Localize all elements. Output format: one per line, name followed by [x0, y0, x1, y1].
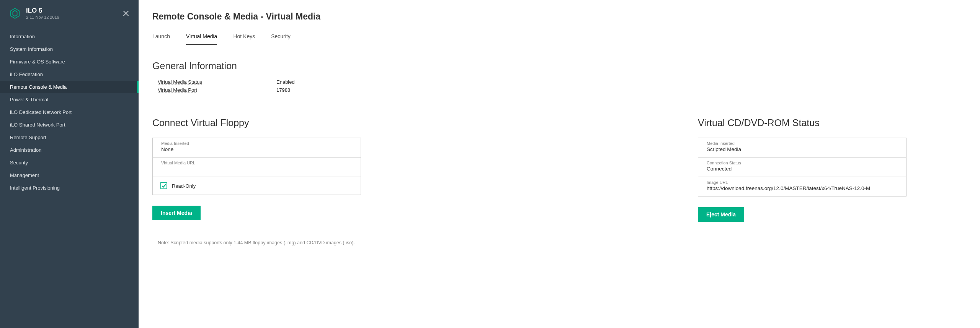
sidebar-item-system-information[interactable]: System Information	[0, 43, 139, 55]
readonly-row[interactable]: Read-Only	[153, 177, 361, 195]
page-title: Remote Console & Media - Virtual Media	[152, 11, 966, 22]
page-header: Remote Console & Media - Virtual Media L…	[139, 0, 980, 45]
cdrom-title: Virtual CD/DVD-ROM Status	[698, 117, 906, 128]
page-body: General Information Virtual Media Status…	[139, 45, 980, 261]
checkmark-icon	[162, 183, 166, 188]
eject-media-button[interactable]: Eject Media	[698, 207, 744, 222]
close-icon[interactable]	[122, 9, 130, 18]
cdrom-media-inserted-value: Scripted Media	[707, 146, 898, 153]
sidebar-item-security[interactable]: Security	[0, 156, 139, 169]
sidebar-header: iLO 5 2.11 Nov 12 2019	[0, 0, 139, 26]
product-name: iLO 5	[26, 7, 59, 15]
floppy-vm-url[interactable]: Virtual Media URL	[153, 158, 361, 177]
cdrom-column: Virtual CD/DVD-ROM Status Media Inserted…	[698, 117, 906, 222]
floppy-media-inserted: Media Inserted None	[153, 138, 361, 158]
floppy-media-inserted-value: None	[161, 146, 352, 153]
floppy-vm-url-label: Virtual Media URL	[161, 161, 352, 165]
svg-marker-1	[13, 10, 17, 16]
sidebar-item-ilo-federation[interactable]: iLO Federation	[0, 68, 139, 81]
sidebar-item-management[interactable]: Management	[0, 169, 139, 182]
floppy-media-inserted-label: Media Inserted	[161, 141, 352, 146]
sidebar-item-remote-console-media[interactable]: Remote Console & Media	[0, 81, 139, 93]
sidebar-item-information[interactable]: Information	[0, 30, 139, 43]
readonly-label: Read-Only	[172, 183, 196, 189]
floppy-vm-url-value	[161, 166, 352, 173]
cdrom-media-inserted: Media Inserted Scripted Media	[698, 138, 906, 158]
readonly-checkbox[interactable]	[160, 182, 167, 189]
sidebar: iLO 5 2.11 Nov 12 2019 InformationSystem…	[0, 0, 139, 328]
tabs: LaunchVirtual MediaHot KeysSecurity	[152, 33, 966, 45]
cdrom-conn-status: Connection Status Connected	[698, 158, 906, 177]
general-info-title: General Information	[152, 60, 966, 71]
sidebar-item-remote-support[interactable]: Remote Support	[0, 131, 139, 144]
insert-media-button[interactable]: Insert Media	[152, 206, 201, 220]
vm-port-row: Virtual Media Port 17988	[158, 87, 966, 93]
vm-status-label: Virtual Media Status	[158, 79, 276, 85]
sidebar-item-ilo-dedicated-network-port[interactable]: iLO Dedicated Network Port	[0, 106, 139, 119]
cdrom-box: Media Inserted Scripted Media Connection…	[698, 138, 906, 196]
product-version: 2.11 Nov 12 2019	[26, 15, 59, 19]
sidebar-item-ilo-shared-network-port[interactable]: iLO Shared Network Port	[0, 119, 139, 131]
floppy-title: Connect Virtual Floppy	[152, 117, 361, 128]
scripted-media-note: Note: Scripted media supports only 1.44 …	[158, 240, 966, 245]
cdrom-conn-status-label: Connection Status	[707, 161, 898, 165]
vm-status-row: Virtual Media Status Enabled	[158, 79, 966, 85]
cdrom-image-url-label: Image URL	[707, 180, 898, 185]
tab-security[interactable]: Security	[271, 33, 291, 45]
tab-launch[interactable]: Launch	[152, 33, 170, 45]
sidebar-item-firmware-os-software[interactable]: Firmware & OS Software	[0, 55, 139, 68]
vm-port-label: Virtual Media Port	[158, 87, 276, 93]
sidebar-item-administration[interactable]: Administration	[0, 144, 139, 156]
tab-hot-keys[interactable]: Hot Keys	[233, 33, 255, 45]
cdrom-image-url-value: https://download.freenas.org/12.0/MASTER…	[707, 185, 898, 192]
sidebar-nav: InformationSystem InformationFirmware & …	[0, 30, 139, 194]
main-content: Remote Console & Media - Virtual Media L…	[139, 0, 980, 328]
svg-marker-0	[11, 8, 20, 18]
columns: Connect Virtual Floppy Media Inserted No…	[152, 117, 966, 222]
tab-virtual-media[interactable]: Virtual Media	[186, 33, 217, 45]
vm-status-value: Enabled	[276, 79, 295, 85]
floppy-box: Media Inserted None Virtual Media URL Re…	[152, 138, 361, 195]
cdrom-conn-status-value: Connected	[707, 166, 898, 173]
floppy-column: Connect Virtual Floppy Media Inserted No…	[152, 117, 361, 220]
cdrom-media-inserted-label: Media Inserted	[707, 141, 898, 146]
product-logo-icon	[9, 8, 21, 19]
vm-port-value: 17988	[276, 87, 290, 93]
sidebar-item-power-thermal[interactable]: Power & Thermal	[0, 93, 139, 106]
sidebar-item-intelligent-provisioning[interactable]: Intelligent Provisioning	[0, 182, 139, 194]
cdrom-image-url: Image URL https://download.freenas.org/1…	[698, 177, 906, 196]
